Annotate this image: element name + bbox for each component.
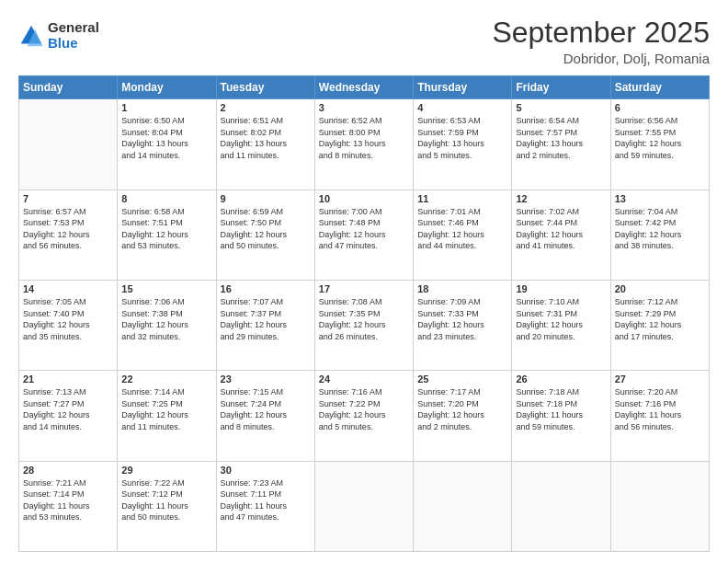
day-info: Sunrise: 7:18 AM Sunset: 7:18 PM Dayligh… [516, 386, 606, 432]
calendar-cell [19, 99, 118, 190]
calendar-cell: 8Sunrise: 6:58 AM Sunset: 7:51 PM Daylig… [118, 190, 216, 280]
day-info: Sunrise: 7:20 AM Sunset: 7:16 PM Dayligh… [615, 386, 705, 432]
day-info: Sunrise: 7:21 AM Sunset: 7:14 PM Dayligh… [23, 477, 113, 523]
day-info: Sunrise: 7:16 AM Sunset: 7:22 PM Dayligh… [319, 386, 409, 432]
day-number: 15 [121, 283, 211, 294]
calendar-cell: 23Sunrise: 7:15 AM Sunset: 7:24 PM Dayli… [216, 371, 314, 461]
subtitle: Dobridor, Dolj, Romania [492, 51, 710, 66]
main-title: September 2025 [492, 17, 710, 49]
day-info: Sunrise: 7:05 AM Sunset: 7:40 PM Dayligh… [23, 296, 113, 342]
calendar-cell: 12Sunrise: 7:02 AM Sunset: 7:44 PM Dayli… [512, 190, 610, 280]
day-info: Sunrise: 6:50 AM Sunset: 8:04 PM Dayligh… [121, 115, 211, 161]
day-number: 20 [615, 283, 705, 294]
header: General Blue September 2025 Dobridor, Do… [18, 17, 710, 66]
weekday-header-saturday: Saturday [610, 76, 709, 99]
day-number: 11 [417, 193, 507, 204]
day-number: 5 [516, 102, 606, 113]
day-number: 1 [121, 102, 211, 113]
day-number: 6 [615, 102, 705, 113]
calendar-cell: 24Sunrise: 7:16 AM Sunset: 7:22 PM Dayli… [314, 371, 413, 461]
day-info: Sunrise: 7:12 AM Sunset: 7:29 PM Dayligh… [615, 296, 705, 342]
day-number: 7 [23, 193, 113, 204]
calendar-cell: 22Sunrise: 7:14 AM Sunset: 7:25 PM Dayli… [118, 371, 216, 461]
day-number: 24 [319, 373, 409, 385]
weekday-header-monday: Monday [118, 76, 216, 99]
logo-blue-text: Blue [48, 36, 99, 52]
day-number: 4 [417, 102, 507, 113]
day-info: Sunrise: 6:54 AM Sunset: 7:57 PM Dayligh… [516, 115, 606, 161]
calendar-cell: 2Sunrise: 6:51 AM Sunset: 8:02 PM Daylig… [216, 99, 314, 190]
day-number: 23 [221, 373, 311, 385]
day-info: Sunrise: 7:10 AM Sunset: 7:31 PM Dayligh… [516, 296, 606, 342]
title-block: September 2025 Dobridor, Dolj, Romania [492, 17, 710, 66]
calendar-cell: 20Sunrise: 7:12 AM Sunset: 7:29 PM Dayli… [610, 280, 709, 370]
calendar-cell [414, 461, 512, 551]
logo: General Blue [18, 20, 99, 51]
day-info: Sunrise: 7:14 AM Sunset: 7:25 PM Dayligh… [121, 386, 211, 432]
calendar-cell: 13Sunrise: 7:04 AM Sunset: 7:42 PM Dayli… [610, 190, 709, 280]
calendar-week-row: 28Sunrise: 7:21 AM Sunset: 7:14 PM Dayli… [19, 461, 710, 551]
day-info: Sunrise: 7:23 AM Sunset: 7:11 PM Dayligh… [221, 477, 311, 523]
logo-general-text: General [48, 20, 99, 36]
calendar-cell: 9Sunrise: 6:59 AM Sunset: 7:50 PM Daylig… [216, 190, 314, 280]
day-number: 19 [516, 283, 606, 294]
day-number: 30 [221, 465, 311, 476]
calendar-week-row: 1Sunrise: 6:50 AM Sunset: 8:04 PM Daylig… [19, 99, 710, 190]
page: General Blue September 2025 Dobridor, Do… [0, 0, 728, 563]
day-info: Sunrise: 6:59 AM Sunset: 7:50 PM Dayligh… [221, 206, 311, 252]
calendar-cell: 1Sunrise: 6:50 AM Sunset: 8:04 PM Daylig… [118, 99, 216, 190]
day-number: 26 [516, 373, 606, 385]
calendar-cell: 11Sunrise: 7:01 AM Sunset: 7:46 PM Dayli… [414, 190, 512, 280]
day-info: Sunrise: 7:00 AM Sunset: 7:48 PM Dayligh… [319, 206, 409, 252]
weekday-header-tuesday: Tuesday [216, 76, 314, 99]
logo-text: General Blue [48, 20, 99, 51]
weekday-header-row: SundayMondayTuesdayWednesdayThursdayFrid… [19, 76, 710, 99]
day-info: Sunrise: 7:08 AM Sunset: 7:35 PM Dayligh… [319, 296, 409, 342]
calendar-cell: 21Sunrise: 7:13 AM Sunset: 7:27 PM Dayli… [19, 371, 118, 461]
weekday-header-sunday: Sunday [19, 76, 118, 99]
day-info: Sunrise: 6:52 AM Sunset: 8:00 PM Dayligh… [319, 115, 409, 161]
day-info: Sunrise: 7:04 AM Sunset: 7:42 PM Dayligh… [615, 206, 705, 252]
calendar-cell [314, 461, 413, 551]
calendar-cell: 10Sunrise: 7:00 AM Sunset: 7:48 PM Dayli… [314, 190, 413, 280]
calendar-cell: 7Sunrise: 6:57 AM Sunset: 7:53 PM Daylig… [19, 190, 118, 280]
weekday-header-wednesday: Wednesday [314, 76, 413, 99]
calendar-cell: 17Sunrise: 7:08 AM Sunset: 7:35 PM Dayli… [314, 280, 413, 370]
day-info: Sunrise: 6:51 AM Sunset: 8:02 PM Dayligh… [221, 115, 311, 161]
calendar-cell: 3Sunrise: 6:52 AM Sunset: 8:00 PM Daylig… [314, 99, 413, 190]
day-number: 25 [417, 373, 507, 385]
day-info: Sunrise: 6:58 AM Sunset: 7:51 PM Dayligh… [121, 206, 211, 252]
calendar-cell: 25Sunrise: 7:17 AM Sunset: 7:20 PM Dayli… [414, 371, 512, 461]
calendar-cell: 18Sunrise: 7:09 AM Sunset: 7:33 PM Dayli… [414, 280, 512, 370]
day-info: Sunrise: 7:02 AM Sunset: 7:44 PM Dayligh… [516, 206, 606, 252]
calendar-cell: 6Sunrise: 6:56 AM Sunset: 7:55 PM Daylig… [610, 99, 709, 190]
logo-icon [18, 23, 44, 49]
calendar-week-row: 14Sunrise: 7:05 AM Sunset: 7:40 PM Dayli… [19, 280, 710, 370]
day-number: 27 [615, 373, 705, 385]
calendar-cell [610, 461, 709, 551]
day-info: Sunrise: 7:01 AM Sunset: 7:46 PM Dayligh… [417, 206, 507, 252]
calendar-cell: 4Sunrise: 6:53 AM Sunset: 7:59 PM Daylig… [414, 99, 512, 190]
day-number: 8 [121, 193, 211, 204]
weekday-header-thursday: Thursday [414, 76, 512, 99]
day-number: 29 [121, 465, 211, 476]
day-number: 28 [23, 465, 113, 476]
calendar-cell: 5Sunrise: 6:54 AM Sunset: 7:57 PM Daylig… [512, 99, 610, 190]
day-info: Sunrise: 7:15 AM Sunset: 7:24 PM Dayligh… [221, 386, 311, 432]
calendar-cell: 14Sunrise: 7:05 AM Sunset: 7:40 PM Dayli… [19, 280, 118, 370]
day-info: Sunrise: 6:56 AM Sunset: 7:55 PM Dayligh… [615, 115, 705, 161]
calendar-cell: 16Sunrise: 7:07 AM Sunset: 7:37 PM Dayli… [216, 280, 314, 370]
day-info: Sunrise: 7:07 AM Sunset: 7:37 PM Dayligh… [221, 296, 311, 342]
calendar-cell: 29Sunrise: 7:22 AM Sunset: 7:12 PM Dayli… [118, 461, 216, 551]
day-info: Sunrise: 7:13 AM Sunset: 7:27 PM Dayligh… [23, 386, 113, 432]
calendar-table: SundayMondayTuesdayWednesdayThursdayFrid… [18, 75, 710, 552]
calendar-cell: 19Sunrise: 7:10 AM Sunset: 7:31 PM Dayli… [512, 280, 610, 370]
calendar-cell: 26Sunrise: 7:18 AM Sunset: 7:18 PM Dayli… [512, 371, 610, 461]
calendar-cell [512, 461, 610, 551]
day-number: 22 [121, 373, 211, 385]
day-info: Sunrise: 7:17 AM Sunset: 7:20 PM Dayligh… [417, 386, 507, 432]
day-number: 3 [319, 102, 409, 113]
weekday-header-friday: Friday [512, 76, 610, 99]
day-number: 18 [417, 283, 507, 294]
day-number: 2 [221, 102, 311, 113]
